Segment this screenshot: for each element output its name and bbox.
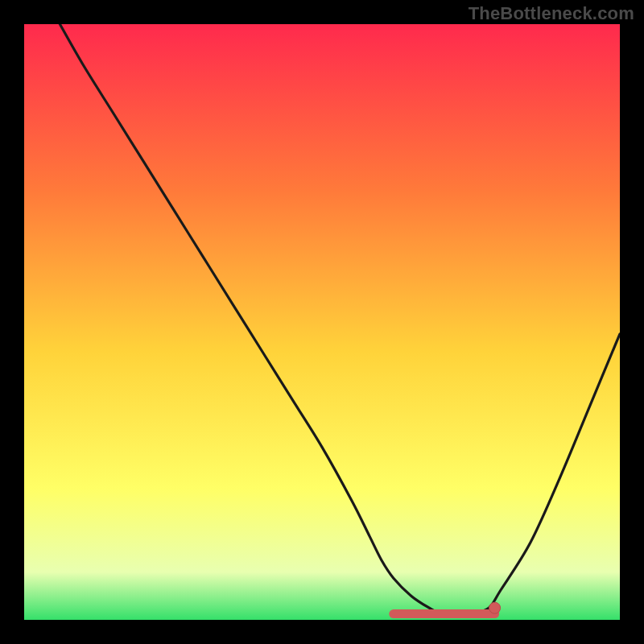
chart-plot-area: [24, 24, 620, 620]
chart-frame: TheBottleneck.com: [0, 0, 644, 644]
marker-dot: [489, 602, 501, 613]
watermark-text: TheBottleneck.com: [469, 3, 634, 24]
chart-svg: [24, 24, 620, 620]
